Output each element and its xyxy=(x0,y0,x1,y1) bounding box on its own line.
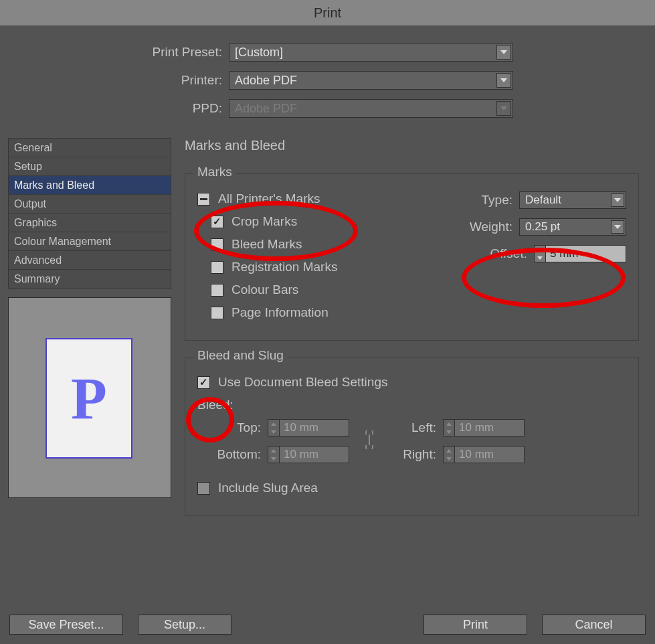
save-preset-button[interactable]: Save Preset... xyxy=(9,615,123,635)
page-information-label: Page Information xyxy=(231,305,329,320)
chevron-down-icon xyxy=(611,220,624,234)
page-preview: P xyxy=(8,297,171,498)
type-dropdown[interactable]: Default xyxy=(519,191,626,209)
dialog-footer: Save Preset... Setup... Print Cancel xyxy=(9,615,646,635)
type-label: Type: xyxy=(482,193,512,208)
bleed-marks-label: Bleed Marks xyxy=(231,237,302,252)
nav-item-general[interactable]: General xyxy=(9,139,171,157)
registration-marks-label: Registration Marks xyxy=(231,260,337,274)
include-slug-label: Include Slug Area xyxy=(218,481,318,495)
chevron-down-icon xyxy=(496,73,511,88)
nav-item-summary[interactable]: Summary xyxy=(9,270,171,289)
print-preset-label: Print Preset: xyxy=(16,45,229,60)
chevron-down-icon xyxy=(496,101,511,116)
bleed-bottom-value: 10 mm xyxy=(280,446,349,463)
offset-stepper[interactable]: 5 mm xyxy=(534,245,626,262)
weight-label: Weight: xyxy=(470,220,512,234)
panel-title: Marks and Bleed xyxy=(185,138,639,153)
use-document-bleed-label: Use Document Bleed Settings xyxy=(218,375,387,390)
type-value: Default xyxy=(525,193,561,207)
print-preset-value: [Custom] xyxy=(235,46,283,60)
bleed-top-label: Top: xyxy=(197,420,261,435)
colour-bars-label: Colour Bars xyxy=(231,283,298,297)
bleed-top-stepper: 10 mm xyxy=(268,419,349,436)
bleed-right-label: Right: xyxy=(389,447,436,462)
crop-marks-label: Crop Marks xyxy=(231,214,297,229)
print-preset-dropdown[interactable]: [Custom] xyxy=(229,43,513,62)
ppd-label: PPD: xyxy=(16,101,229,116)
all-printers-marks-checkbox[interactable] xyxy=(197,193,210,206)
offset-value[interactable]: 5 mm xyxy=(546,245,626,262)
bleed-bottom-label: Bottom: xyxy=(197,447,261,462)
category-list: GeneralSetupMarks and BleedOutputGraphic… xyxy=(8,138,171,289)
cancel-button[interactable]: Cancel xyxy=(542,615,646,635)
bleed-left-label: Left: xyxy=(389,420,436,435)
registration-marks-checkbox[interactable] xyxy=(211,261,223,274)
ppd-value: Adobe PDF xyxy=(235,102,297,116)
bleed-heading: Bleed: xyxy=(197,398,626,412)
preset-area: Print Preset: [Custom] Printer: Adobe PD… xyxy=(0,25,655,134)
dialog-title: Print xyxy=(0,0,655,25)
printer-dropdown[interactable]: Adobe PDF xyxy=(229,71,513,90)
nav-item-advanced[interactable]: Advanced xyxy=(9,251,171,270)
printer-value: Adobe PDF xyxy=(235,74,297,88)
bleed-bottom-stepper: 10 mm xyxy=(268,446,349,463)
nav-item-graphics[interactable]: Graphics xyxy=(9,214,171,232)
bleed-right-value: 10 mm xyxy=(455,446,525,463)
weight-dropdown[interactable]: 0.25 pt xyxy=(519,218,626,236)
printer-label: Printer: xyxy=(16,73,229,88)
bleed-slug-legend: Bleed and Slug xyxy=(193,348,288,363)
setup-button[interactable]: Setup... xyxy=(138,615,231,635)
all-printers-marks-label: All Printer's Marks xyxy=(218,191,320,206)
nav-item-marks-and-bleed[interactable]: Marks and Bleed xyxy=(9,176,171,195)
include-slug-checkbox[interactable] xyxy=(197,482,210,495)
nav-item-setup[interactable]: Setup xyxy=(9,157,171,176)
preview-page: P xyxy=(45,338,132,459)
bleed-top-value: 10 mm xyxy=(280,419,349,436)
print-button[interactable]: Print xyxy=(424,615,527,635)
page-information-checkbox[interactable] xyxy=(211,307,223,319)
crop-marks-checkbox[interactable]: ✓ xyxy=(211,216,223,228)
marks-legend: Marks xyxy=(193,165,236,179)
use-document-bleed-checkbox[interactable]: ✓ xyxy=(197,376,210,389)
colour-bars-checkbox[interactable] xyxy=(211,284,223,297)
nav-item-output[interactable]: Output xyxy=(9,195,171,214)
bleed-left-stepper: 10 mm xyxy=(443,419,525,436)
bleed-left-value: 10 mm xyxy=(455,419,525,436)
chevron-down-icon xyxy=(611,193,624,207)
print-dialog: Print Print Preset: [Custom] Printer: Ad… xyxy=(0,0,655,644)
link-icon xyxy=(361,430,377,452)
nav-item-colour-management[interactable]: Colour Management xyxy=(9,232,171,251)
weight-value: 0.25 pt xyxy=(525,220,560,234)
chevron-down-icon xyxy=(496,45,511,60)
bleed-marks-checkbox[interactable] xyxy=(211,238,223,251)
bleed-right-stepper: 10 mm xyxy=(443,446,525,463)
ppd-dropdown: Adobe PDF xyxy=(229,99,513,118)
preview-letter: P xyxy=(71,365,107,432)
offset-label: Offset: xyxy=(490,246,527,261)
bleed-slug-group: Bleed and Slug ✓ Use Document Bleed Sett… xyxy=(185,357,639,516)
marks-group: Marks All Printer's Marks ✓ Crop Marks xyxy=(185,173,639,341)
